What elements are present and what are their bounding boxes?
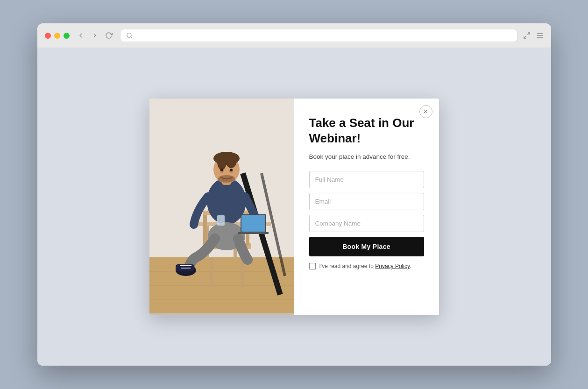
modal-popup: × Take a Seat in Our Webinar! Book your … [149,99,439,315]
full-name-input[interactable] [309,171,424,188]
refresh-button[interactable] [103,31,114,40]
browser-actions [523,32,544,39]
browser-nav [75,31,114,40]
privacy-policy-link[interactable]: Privacy Policy [375,263,410,269]
scene-illustration [149,99,294,313]
svg-point-31 [220,169,223,171]
forward-button[interactable] [89,31,100,40]
privacy-checkbox[interactable] [309,263,316,269]
svg-rect-20 [203,211,207,246]
svg-point-28 [226,153,237,168]
privacy-text: I've read and agree to Privacy Policy. [319,263,411,269]
modal-subtitle: Book your place in advance for free. [309,152,424,162]
address-bar[interactable] [120,29,517,42]
privacy-row: I've read and agree to Privacy Policy. [309,263,424,269]
svg-line-1 [130,37,132,38]
svg-rect-17 [210,257,213,288]
svg-point-0 [127,33,131,37]
svg-rect-41 [238,232,269,234]
minimize-dot[interactable] [54,33,60,39]
close-button[interactable]: × [419,105,432,118]
search-icon [126,32,133,39]
browser-window: × Take a Seat in Our Webinar! Book your … [37,23,551,366]
modal-title: Take a Seat in Our Webinar! [309,115,424,146]
book-place-button[interactable]: Book My Place [309,237,424,256]
menu-icon[interactable] [536,32,544,39]
svg-line-2 [527,33,530,35]
maximize-dot[interactable] [64,33,70,39]
browser-toolbar [37,23,551,48]
modal-form-panel: × Take a Seat in Our Webinar! Book your … [294,99,439,315]
company-name-input[interactable] [309,215,424,232]
svg-point-33 [218,175,235,183]
expand-icon[interactable] [523,32,531,39]
svg-rect-40 [241,215,265,232]
close-dot[interactable] [45,33,51,39]
svg-point-27 [217,153,227,170]
svg-line-3 [524,36,526,38]
svg-rect-42 [217,215,225,226]
browser-dots [45,33,70,39]
browser-content: × Take a Seat in Our Webinar! Book your … [37,48,551,366]
modal-image-panel [149,99,294,315]
svg-point-32 [230,169,233,171]
back-button[interactable] [75,31,86,40]
email-input[interactable] [309,193,424,210]
